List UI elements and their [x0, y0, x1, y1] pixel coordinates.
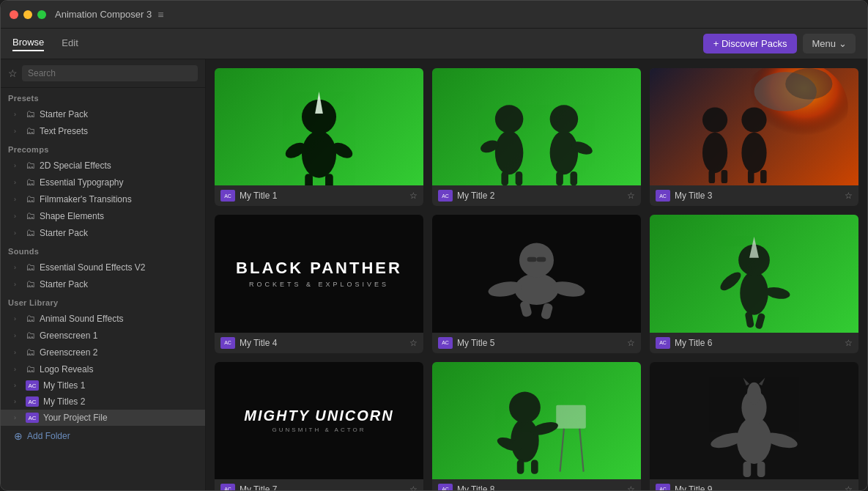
svg-point-8 [495, 105, 523, 133]
svg-marker-55 [743, 377, 750, 385]
folder-icon: 🗂 [26, 125, 35, 136]
navbar: Browse Edit + Discover Packs Menu ⌄ [1, 29, 867, 59]
svg-point-7 [495, 131, 523, 175]
minimize-button[interactable] [23, 10, 32, 19]
menu-button[interactable]: Menu ⌄ [803, 34, 856, 53]
card-star-8[interactable]: ☆ [627, 484, 635, 491]
sidebar-item-greenscreen-2[interactable]: › 🗂 Greenscreen 2 [1, 344, 205, 361]
main-layout: ☆ Presets › 🗂 Starter Pack › 🗂 Text Pres… [1, 59, 867, 491]
card-my-title-3[interactable]: AC My Title 3 ☆ [650, 68, 858, 206]
chevron-right-icon: › [14, 398, 21, 405]
sidebar-item-animal-sounds[interactable]: › 🗂 Animal Sound Effects [1, 310, 205, 327]
sidebar-item-label: My Titles 1 [43, 380, 85, 391]
svg-rect-26 [748, 170, 754, 183]
folder-icon: 🗂 [26, 262, 35, 273]
section-sounds: Sounds [1, 241, 205, 259]
sidebar-item-greenscreen-1[interactable]: › 🗂 Greenscreen 1 [1, 327, 205, 344]
card-type-icon-3: AC [656, 190, 670, 202]
card-title-6: My Title 6 [675, 338, 840, 348]
folder-icon: 🗂 [26, 363, 35, 374]
card-my-title-5[interactable]: AC My Title 5 ☆ [432, 215, 641, 352]
svg-rect-42 [754, 313, 765, 330]
card-title-3: My Title 3 [675, 191, 840, 201]
sidebar-item-label: Shape Elements [40, 211, 104, 221]
sidebar-item-label: Logo Reveals [40, 364, 93, 374]
folder-icon: 🗂 [26, 193, 35, 204]
sidebar-item-label: Your Project File [43, 413, 108, 423]
svg-rect-10 [501, 171, 508, 185]
favorites-star-icon[interactable]: ☆ [8, 67, 18, 79]
add-folder-label: Add Folder [27, 431, 70, 441]
sidebar-item-my-titles-2[interactable]: › AC My Titles 2 [1, 394, 205, 410]
chevron-right-icon: › [14, 213, 21, 220]
card-type-icon-8: AC [438, 484, 453, 491]
sidebar-item-text-presets[interactable]: › 🗂 Text Presets [1, 122, 205, 139]
card-star-5[interactable]: ☆ [627, 338, 635, 348]
svg-point-25 [741, 107, 766, 132]
card-info-1: AC My Title 1 ☆ [215, 185, 423, 206]
maximize-button[interactable] [37, 10, 46, 19]
svg-rect-27 [760, 170, 767, 183]
chevron-right-icon: › [14, 162, 21, 169]
folder-icon: 🗂 [26, 313, 35, 324]
card-star-3[interactable]: ☆ [845, 191, 853, 201]
svg-point-40 [764, 286, 790, 301]
svg-rect-15 [556, 171, 563, 185]
add-folder-button[interactable]: ⊕ Add Folder [1, 426, 205, 446]
sidebar-item-label: Starter Pack [40, 228, 88, 238]
card-star-1[interactable]: ☆ [409, 191, 418, 201]
sidebar-item-label: Greenscreen 1 [40, 331, 97, 341]
svg-rect-34 [527, 257, 537, 262]
svg-rect-45 [556, 405, 586, 428]
chevron-right-icon: › [14, 349, 21, 356]
sidebar-item-my-titles-1[interactable]: › AC My Titles 1 [1, 377, 205, 394]
sidebar-item-shape-elements[interactable]: › 🗂 Shape Elements [1, 207, 205, 224]
card-info-8: AC My Title 8 ☆ [432, 479, 641, 491]
card-star-6[interactable]: ☆ [845, 338, 853, 348]
svg-rect-6 [325, 174, 333, 185]
sidebar-item-starter-pack-1[interactable]: › 🗂 Starter Pack [1, 106, 205, 122]
chevron-right-icon: › [14, 414, 21, 421]
close-button[interactable] [10, 10, 18, 19]
card-my-title-2[interactable]: AC My Title 2 ☆ [432, 68, 641, 206]
chevron-right-icon: › [14, 264, 21, 271]
card-my-title-8[interactable]: AC My Title 8 ☆ [432, 362, 641, 491]
card-type-icon-4: AC [220, 337, 235, 349]
card-star-9[interactable]: ☆ [845, 484, 853, 491]
card-thumbnail-5 [432, 215, 641, 332]
card-info-4: AC My Title 4 ☆ [215, 333, 423, 353]
sidebar-item-label: Animal Sound Effects [40, 314, 124, 324]
sidebar-item-essential-typography[interactable]: › 🗂 Essential Typography [1, 174, 205, 191]
search-input[interactable] [22, 65, 198, 81]
card-my-title-9[interactable]: AC My Title 9 ☆ [650, 362, 858, 491]
tab-browse[interactable]: Browse [12, 37, 44, 51]
sidebar-item-starter-pack-2[interactable]: › 🗂 Starter Pack [1, 224, 205, 241]
card-my-title-1[interactable]: AC My Title 1 ☆ [215, 68, 423, 206]
sidebar-item-essential-sounds[interactable]: › 🗂 Essential Sound Effects V2 [1, 259, 205, 276]
sidebar-item-your-project[interactable]: › AC Your Project File [1, 410, 205, 426]
hamburger-icon[interactable]: ≡ [157, 9, 163, 21]
card-my-title-6[interactable]: AC My Title 6 ☆ [650, 215, 858, 352]
card-star-2[interactable]: ☆ [627, 191, 635, 201]
card-my-title-4[interactable]: BLACK PANTHER ROCKETS & EXPLOSIVES AC My… [215, 215, 423, 352]
card-star-4[interactable]: ☆ [409, 338, 418, 348]
card-thumbnail-4: BLACK PANTHER ROCKETS & EXPLOSIVES [215, 215, 423, 332]
sidebar-item-2d-special[interactable]: › 🗂 2D Special Effects [1, 157, 205, 174]
card-type-icon-7: AC [220, 484, 235, 491]
svg-point-21 [702, 107, 727, 132]
card-star-7[interactable]: ☆ [409, 484, 418, 491]
svg-rect-35 [537, 257, 546, 262]
folder-icon: 🗂 [26, 330, 35, 341]
card-type-icon-5: AC [438, 337, 453, 349]
discover-packs-button[interactable]: + Discover Packs [703, 34, 798, 53]
sidebar-item-starter-pack-3[interactable]: › 🗂 Starter Pack [1, 276, 205, 292]
svg-point-43 [511, 418, 538, 462]
sidebar-item-logo-reveals[interactable]: › 🗂 Logo Reveals [1, 361, 205, 377]
svg-point-29 [519, 243, 554, 278]
tab-edit[interactable]: Edit [62, 37, 78, 51]
card-my-title-7[interactable]: MIGHTY UNICORN GUNSMITH & ACTOR AC My Ti… [215, 362, 423, 491]
svg-marker-56 [759, 377, 765, 385]
special-folder-icon: AC [26, 396, 39, 407]
sidebar-item-filmmakers-transitions[interactable]: › 🗂 Filmmaker's Transitions [1, 191, 205, 207]
svg-rect-16 [570, 171, 577, 185]
